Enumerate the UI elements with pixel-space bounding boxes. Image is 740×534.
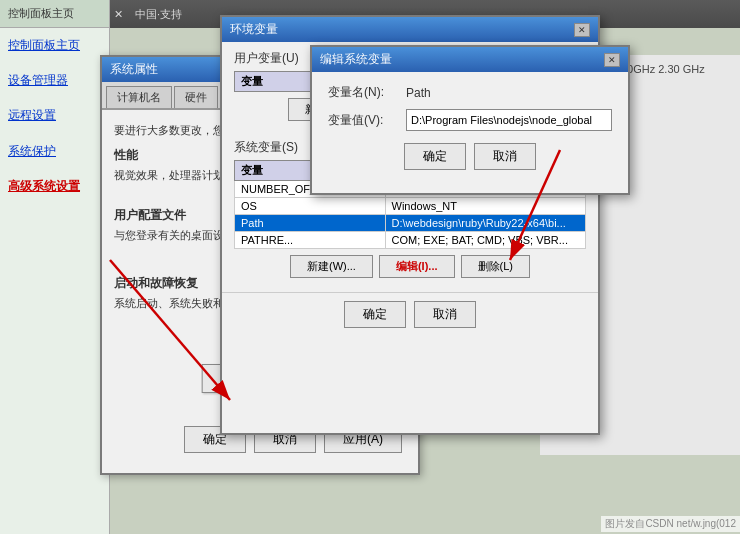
var-value-label: 变量值(V): [328, 112, 398, 129]
sys-props-title: 系统属性 [110, 61, 158, 78]
tab-hardware[interactable]: 硬件 [174, 86, 218, 108]
sidebar-item-remote-settings[interactable]: 远程设置 [0, 98, 109, 133]
table-cell-name: OS [235, 198, 386, 215]
topbar-text3: 中国·支持 [135, 7, 182, 22]
table-row[interactable]: PATHRE...COM; EXE; BAT; CMD; VBS; VBR... [235, 232, 586, 249]
var-name-row: 变量名(N): Path [328, 84, 612, 101]
var-name-value: Path [406, 86, 431, 100]
topbar-text2: ✕ [114, 8, 123, 21]
env-system-action-buttons: 新建(W)... 编辑(I)... 删除(L) [234, 249, 586, 284]
edit-var-dialog: 编辑系统变量 ✕ 变量名(N): Path 变量值(V): 确定 取消 [310, 45, 630, 195]
sidebar-item-device-manager[interactable]: 设备管理器 [0, 63, 109, 98]
env-vars-close-button[interactable]: ✕ [574, 23, 590, 37]
edit-var-action-buttons: 确定 取消 [328, 143, 612, 170]
env-sys-edit-button[interactable]: 编辑(I)... [379, 255, 455, 278]
table-row[interactable]: OSWindows_NT [235, 198, 586, 215]
env-cancel-button[interactable]: 取消 [414, 301, 476, 328]
table-cell-value: D:\webdesign\ruby\Ruby22-x64\bi... [385, 215, 585, 232]
edit-var-cancel-button[interactable]: 取消 [474, 143, 536, 170]
table-cell-value: Windows_NT [385, 198, 585, 215]
var-value-row: 变量值(V): [328, 109, 612, 131]
edit-var-ok-button[interactable]: 确定 [404, 143, 466, 170]
watermark: 图片发自CSDN net/w.jng(012 [601, 516, 740, 532]
sidebar-item-advanced-settings[interactable]: 高级系统设置 [0, 169, 109, 204]
var-name-label: 变量名(N): [328, 84, 398, 101]
left-sidebar: 控制面板主页 控制面板主页 设备管理器 远程设置 系统保护 高级系统设置 [0, 0, 110, 534]
env-sys-delete-button[interactable]: 删除(L) [461, 255, 530, 278]
table-cell-name: Path [235, 215, 386, 232]
env-ok-button[interactable]: 确定 [344, 301, 406, 328]
env-dialog-bottom-buttons: 确定 取消 [222, 292, 598, 336]
table-cell-value: COM; EXE; BAT; CMD; VBS; VBR... [385, 232, 585, 249]
env-vars-titlebar: 环境变量 ✕ [222, 17, 598, 42]
sidebar-item-control-panel[interactable]: 控制面板主页 [0, 28, 109, 63]
env-vars-title: 环境变量 [230, 21, 278, 38]
edit-var-title: 编辑系统变量 [320, 51, 392, 68]
edit-var-body: 变量名(N): Path 变量值(V): 确定 取消 [312, 72, 628, 182]
sidebar-item-system-protection[interactable]: 系统保护 [0, 134, 109, 169]
edit-var-close-button[interactable]: ✕ [604, 53, 620, 67]
table-row[interactable]: PathD:\webdesign\ruby\Ruby22-x64\bi... [235, 215, 586, 232]
edit-var-titlebar-buttons: ✕ [604, 53, 620, 67]
edit-var-titlebar: 编辑系统变量 ✕ [312, 47, 628, 72]
tab-computer-name[interactable]: 计算机名 [106, 86, 172, 108]
var-value-input[interactable] [406, 109, 612, 131]
env-vars-titlebar-buttons: ✕ [574, 23, 590, 37]
sidebar-header: 控制面板主页 [0, 0, 109, 28]
env-sys-new-button[interactable]: 新建(W)... [290, 255, 373, 278]
table-cell-name: PATHRE... [235, 232, 386, 249]
